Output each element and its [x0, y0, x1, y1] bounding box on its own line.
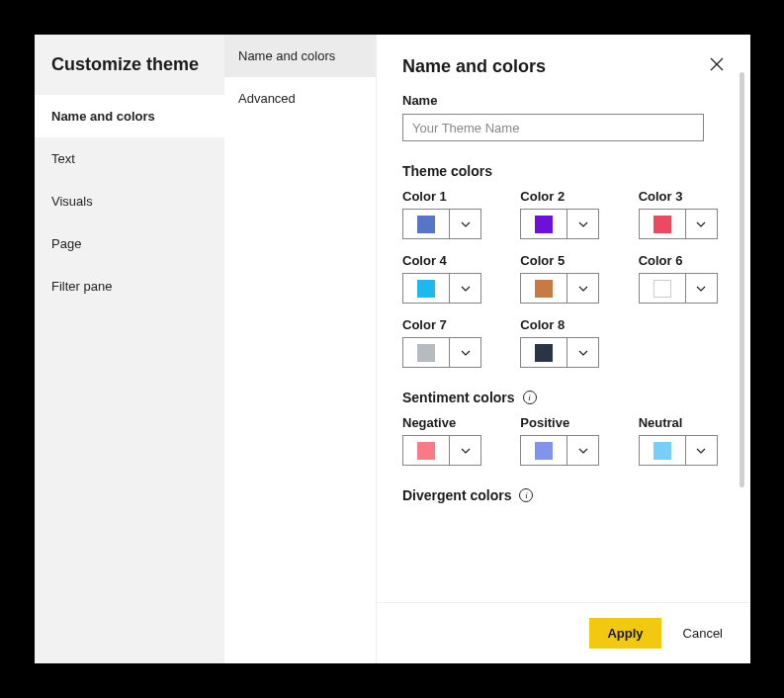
swatch-box [403, 274, 449, 303]
content-area: Name and colors Name Theme colors Color … [377, 35, 750, 602]
sidebar-item-label: Text [51, 151, 75, 166]
scrollbar[interactable] [740, 72, 744, 487]
color-swatch [535, 216, 553, 233]
theme-color-picker-4[interactable] [520, 273, 599, 304]
subnav-item-label: Advanced [238, 91, 296, 106]
sidebar-item-text[interactable]: Text [35, 137, 224, 180]
theme-color-picker-3[interactable] [402, 273, 481, 304]
color-swatch [535, 280, 553, 298]
chevron-box [566, 274, 598, 303]
main-panel: Name and colors Name Theme colors Color … [377, 35, 750, 663]
chevron-box [685, 274, 717, 303]
sentiment-color-field-2: Neutral [639, 415, 719, 466]
color-swatch [653, 442, 671, 460]
theme-color-field-4: Color 5 [520, 253, 600, 304]
content-header: Name and colors [402, 56, 725, 77]
sidebar-item-filter-pane[interactable]: Filter pane [35, 265, 224, 307]
theme-color-label-5: Color 6 [639, 253, 719, 268]
subnav-item-name-colors[interactable]: Name and colors [224, 35, 376, 77]
chevron-box [566, 436, 598, 465]
theme-color-field-3: Color 4 [402, 253, 482, 304]
name-label: Name [402, 93, 725, 108]
chevron-down-icon [578, 448, 588, 454]
sentiment-color-picker-0[interactable] [402, 435, 481, 466]
sentiment-colors-title: Sentiment colors i [402, 390, 725, 405]
sentiment-colors-grid: NegativePositiveNeutral [402, 415, 719, 466]
theme-color-picker-6[interactable] [402, 337, 481, 368]
theme-color-field-0: Color 1 [402, 189, 482, 239]
theme-colors-title: Theme colors [402, 163, 725, 179]
color-swatch [417, 216, 435, 233]
chevron-down-icon [461, 350, 471, 356]
theme-color-field-1: Color 2 [520, 189, 600, 239]
close-button[interactable] [709, 56, 725, 72]
theme-color-label-1: Color 2 [520, 189, 600, 204]
chevron-down-icon [578, 286, 588, 292]
color-swatch [653, 216, 671, 233]
cancel-button[interactable]: Cancel [677, 618, 729, 649]
chevron-box [685, 210, 717, 238]
theme-name-input[interactable] [402, 114, 704, 141]
divergent-colors-title: Divergent colors i [402, 487, 725, 503]
info-icon[interactable]: i [519, 488, 533, 502]
swatch-box [640, 210, 685, 238]
customize-theme-dialog: Customize theme Name and colors Text Vis… [35, 35, 750, 663]
swatch-box [521, 338, 566, 367]
chevron-down-icon [461, 448, 471, 454]
swatch-box [640, 436, 685, 465]
theme-color-label-4: Color 5 [520, 253, 600, 268]
sidebar: Customize theme Name and colors Text Vis… [35, 35, 224, 663]
sentiment-color-label-1: Positive [520, 415, 600, 430]
color-swatch [417, 344, 435, 362]
chevron-down-icon [461, 286, 471, 292]
sentiment-color-label-0: Negative [402, 415, 482, 430]
chevron-box [449, 436, 480, 465]
sentiment-color-picker-2[interactable] [639, 435, 718, 466]
chevron-box [449, 210, 480, 238]
theme-colors-title-text: Theme colors [402, 163, 492, 179]
swatch-box [640, 274, 685, 303]
swatch-box [521, 436, 566, 465]
name-field: Name [402, 93, 725, 141]
chevron-box [449, 338, 480, 367]
color-swatch [417, 442, 435, 460]
info-icon[interactable]: i [523, 391, 537, 404]
swatch-box [403, 436, 449, 465]
chevron-down-icon [696, 448, 706, 454]
sentiment-color-field-0: Negative [402, 415, 482, 466]
chevron-box [685, 436, 717, 465]
theme-color-label-2: Color 3 [639, 189, 719, 204]
theme-color-label-0: Color 1 [402, 189, 482, 204]
theme-color-picker-5[interactable] [639, 273, 718, 304]
theme-color-picker-0[interactable] [402, 209, 481, 239]
theme-color-label-3: Color 4 [402, 253, 482, 268]
theme-color-label-6: Color 7 [402, 317, 482, 332]
theme-color-picker-2[interactable] [639, 209, 718, 239]
sidebar-item-label: Page [51, 236, 81, 251]
theme-colors-grid: Color 1Color 2Color 3Color 4Color 5Color… [402, 189, 719, 368]
chevron-down-icon [578, 221, 588, 227]
subnav-item-advanced[interactable]: Advanced [224, 77, 376, 120]
theme-color-picker-1[interactable] [520, 209, 599, 239]
theme-color-field-6: Color 7 [402, 317, 482, 368]
color-swatch [417, 280, 435, 298]
dialog-title: Customize theme [35, 35, 224, 95]
sidebar-item-visuals[interactable]: Visuals [35, 180, 224, 222]
sentiment-colors-title-text: Sentiment colors [402, 390, 515, 405]
sidebar-item-page[interactable]: Page [35, 222, 224, 265]
sentiment-color-label-2: Neutral [639, 415, 719, 430]
apply-button[interactable]: Apply [589, 618, 660, 649]
subnav-item-label: Name and colors [238, 48, 335, 63]
divergent-colors-title-text: Divergent colors [402, 487, 511, 503]
color-swatch [653, 280, 671, 298]
chevron-box [449, 274, 480, 303]
sidebar-item-name-colors[interactable]: Name and colors [35, 95, 224, 137]
theme-color-picker-7[interactable] [520, 337, 599, 368]
sentiment-color-field-1: Positive [520, 415, 600, 466]
swatch-box [521, 210, 566, 238]
chevron-box [566, 210, 598, 238]
swatch-box [521, 274, 566, 303]
sentiment-color-picker-1[interactable] [520, 435, 599, 466]
theme-color-field-5: Color 6 [639, 253, 719, 304]
chevron-box [566, 338, 598, 367]
